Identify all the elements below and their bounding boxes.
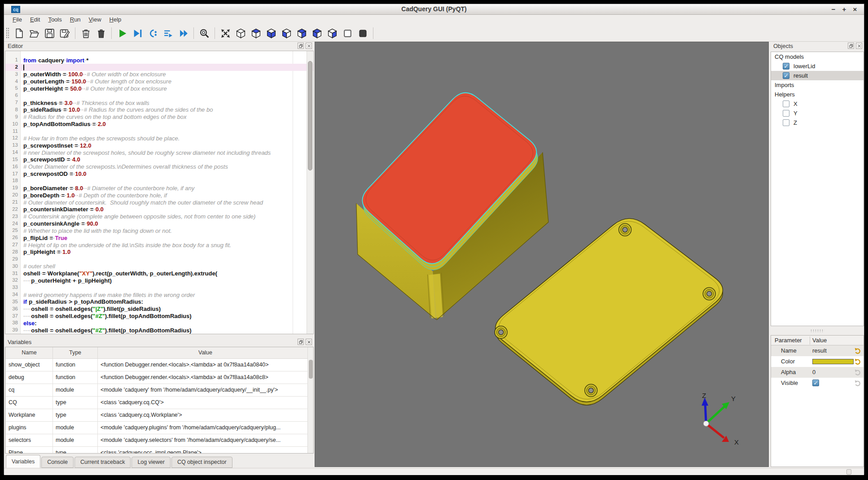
- editor-line[interactable]: 13p_screwpostInset·=·12.0: [5, 142, 313, 149]
- viewport-3d[interactable]: Z Y X: [315, 42, 769, 467]
- shaded-button[interactable]: [355, 26, 370, 40]
- column-header-name[interactable]: Name: [6, 347, 53, 358]
- lower-lid-model[interactable]: [495, 218, 723, 405]
- variables-close-icon[interactable]: [306, 339, 312, 345]
- splitter-handle[interactable]: [810, 329, 824, 332]
- table-row[interactable]: Workplanetype<class 'cadquery.cq.Workpla…: [6, 409, 313, 421]
- editor-line[interactable]: 15p_screwpostID·=·4.0: [5, 156, 313, 163]
- editor-line[interactable]: 34# weird geometry happens if we make th…: [5, 291, 313, 298]
- editor-line[interactable]: 39····oshell·=·oshell.edges("#Z").fillet…: [5, 327, 313, 334]
- tree-item-helpers[interactable]: Helpers: [771, 90, 864, 99]
- tree-item-result[interactable]: ✓result: [771, 71, 864, 80]
- tab-console[interactable]: Console: [41, 457, 74, 468]
- right-view-button[interactable]: [324, 26, 340, 40]
- step-over-button[interactable]: [160, 26, 175, 40]
- tab-variables[interactable]: Variables: [6, 455, 40, 468]
- editor-line[interactable]: 8p_sideRadius·=·10.0··# Radius for the c…: [5, 106, 313, 113]
- editor-line[interactable]: 23# Countersink angle (complete angle be…: [5, 213, 313, 220]
- tab-log-viewer[interactable]: Log viewer: [132, 457, 170, 468]
- toolbar-grip[interactable]: [6, 27, 9, 39]
- editor-line[interactable]: 9# Radius for the curves on the top and …: [5, 113, 313, 121]
- editor-line[interactable]: 14# nner Diameter of the screwpost holes…: [5, 149, 313, 156]
- visible-checkbox[interactable]: ✓: [812, 380, 819, 386]
- editor-line[interactable]: 21# Outer diameter of countersink. Shoul…: [5, 199, 313, 206]
- editor-line[interactable]: 33: [5, 284, 313, 291]
- variables-scrollbar-thumb[interactable]: [309, 360, 313, 379]
- fit-view-button[interactable]: [218, 26, 233, 40]
- box-model[interactable]: [356, 93, 548, 320]
- close-button[interactable]: ×: [850, 5, 859, 14]
- param-value[interactable]: 0: [812, 369, 815, 375]
- viewport-canvas[interactable]: Z Y X: [315, 42, 768, 467]
- tree-item-z[interactable]: Z: [771, 118, 864, 127]
- checkbox-y[interactable]: [783, 110, 789, 117]
- plate-top[interactable]: [495, 218, 723, 402]
- editor-line[interactable]: 7p_thickness·=·3.0··# Thickness of the b…: [5, 99, 313, 106]
- editor-line[interactable]: 27# Height of lip on the underside of th…: [5, 241, 313, 249]
- tab-current-traceback[interactable]: Current traceback: [75, 457, 131, 468]
- undo-icon[interactable]: [854, 347, 862, 354]
- editor-line[interactable]: 30# outer shell: [5, 263, 313, 270]
- objects-float-icon[interactable]: [848, 43, 854, 49]
- param-value[interactable]: result: [812, 347, 827, 354]
- editor-line[interactable]: 31oshell·=·Workplane("XY").rect(p_outerW…: [5, 270, 313, 277]
- continue-button[interactable]: [175, 26, 191, 40]
- open-file-button[interactable]: [26, 26, 42, 40]
- color-swatch[interactable]: [812, 359, 854, 364]
- editor-close-icon[interactable]: [306, 43, 312, 49]
- title-bar[interactable]: cq CadQuery GUI (PyQT) − + ×: [4, 4, 864, 15]
- minimize-button[interactable]: −: [829, 5, 838, 14]
- editor-float-icon[interactable]: [298, 43, 304, 49]
- tree-item-x[interactable]: X: [771, 99, 864, 109]
- editor-line[interactable]: 6: [5, 92, 313, 99]
- objects-close-icon[interactable]: [856, 43, 862, 49]
- table-row[interactable]: debugfunction<function Debugger.render.<…: [6, 371, 313, 384]
- editor-line[interactable]: 12# How far in from the edges the screwp…: [5, 135, 313, 142]
- tree-item-lowerlid[interactable]: ✓lowerLid: [771, 61, 864, 71]
- step-into-button[interactable]: [145, 26, 160, 40]
- column-header-value[interactable]: Value: [98, 347, 313, 358]
- rear-view-button[interactable]: [294, 26, 309, 40]
- checkbox-lowerlid[interactable]: ✓: [783, 63, 789, 70]
- editor-line[interactable]: 32····p_outerHeight·+·p_lipHeight): [5, 277, 313, 284]
- editor-line[interactable]: 37····oshell·=·oshell.edges("#Z").fillet…: [5, 313, 313, 320]
- editor-line[interactable]: 2: [5, 64, 313, 71]
- checkbox-x[interactable]: [783, 100, 789, 107]
- code-editor[interactable]: 1from·cadquery·import·*23p_outerWidth·=·…: [5, 51, 314, 334]
- table-row[interactable]: CQtype<class 'cadquery.cq.CQ'>: [6, 396, 313, 409]
- tree-item-cq models[interactable]: CQ models: [771, 52, 864, 61]
- column-header-type[interactable]: Type: [53, 347, 98, 358]
- editor-line[interactable]: 10p_topAndBottomRadius·=·2.0: [5, 121, 313, 128]
- undo-icon[interactable]: [854, 368, 862, 376]
- editor-line[interactable]: 36····oshell·=·oshell.edges("|Z").fillet…: [5, 305, 313, 313]
- editor-line[interactable]: 16# Outer Diameter of the screwposts.\nD…: [5, 163, 313, 170]
- save-button[interactable]: [42, 26, 57, 40]
- bottom-view-button[interactable]: [263, 26, 279, 40]
- menu-item-view[interactable]: View: [85, 15, 105, 24]
- editor-line[interactable]: 22p_countersinkDiameter·=·0.0: [5, 206, 313, 213]
- editor-line[interactable]: 19p_boreDiameter·=·8.0··# Diameter of th…: [5, 184, 313, 192]
- editor-line[interactable]: 28p_lipHeight·=·1.0: [5, 249, 313, 256]
- checkbox-z[interactable]: [783, 119, 789, 126]
- table-row[interactable]: selectorsmodule<module 'cadquery.selecto…: [6, 434, 313, 446]
- front-view-button[interactable]: [279, 26, 294, 40]
- wireframe-button[interactable]: [340, 26, 355, 40]
- undo-icon[interactable]: [854, 379, 862, 387]
- save-as-button[interactable]: [57, 26, 72, 40]
- maximize-button[interactable]: +: [840, 5, 849, 14]
- debug-run-button[interactable]: [130, 26, 145, 40]
- editor-scrollbar[interactable]: [307, 51, 313, 334]
- editor-line[interactable]: 24p_countersinkAngle·=·90.0: [5, 220, 313, 227]
- editor-line[interactable]: 4p_outerLength·=·150.0··# Outer length o…: [5, 78, 313, 85]
- menu-item-tools[interactable]: Tools: [44, 15, 66, 24]
- table-row[interactable]: pluginsmodule<module 'cadquery.plugins' …: [6, 421, 313, 434]
- editor-line[interactable]: 5p_outerHeight·=·50.0··# Outer height of…: [5, 85, 313, 92]
- delete-button[interactable]: [93, 26, 109, 40]
- checkbox-result[interactable]: ✓: [783, 72, 789, 79]
- editor-line[interactable]: 25# Whether to place the lid with the to…: [5, 227, 313, 234]
- clear-button[interactable]: [78, 26, 93, 40]
- table-row[interactable]: cqmodule<module 'cadquery' from '/home/a…: [6, 384, 313, 396]
- variables-float-icon[interactable]: [298, 339, 304, 345]
- new-file-button[interactable]: [11, 26, 26, 40]
- editor-line[interactable]: 29: [5, 256, 313, 263]
